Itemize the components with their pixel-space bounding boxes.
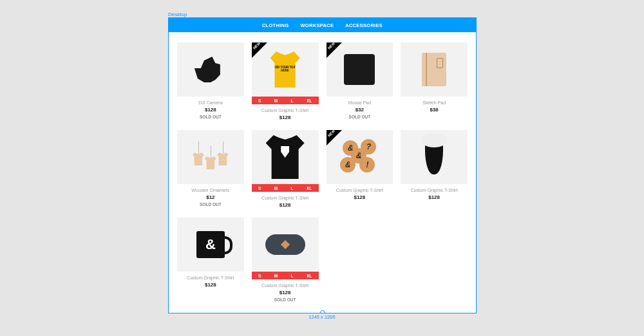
product-name: Custom Graphic T-Shirt [261, 108, 308, 113]
sold-out-label: SOLD OUT [274, 297, 296, 302]
breakpoint-label: Desktop [168, 12, 187, 17]
product-price: $38 [430, 107, 438, 113]
product-thumbnail[interactable] [327, 42, 393, 97]
product-name: DJI Camera [198, 100, 222, 105]
size-selector: SMLXL [252, 272, 319, 279]
product-image [191, 141, 230, 173]
product-price: $32 [355, 107, 364, 113]
size-option[interactable]: S [258, 274, 261, 278]
product-card[interactable]: Custom Graphic T-Shirt$128 [401, 130, 468, 208]
product-card[interactable]: &?&!&Custom Graphic T-Shirt$128 [327, 130, 393, 208]
product-image: & [196, 231, 225, 258]
product-price: $128 [279, 115, 291, 120]
product-name: Custom Graphic T-Shirt [261, 196, 308, 200]
size-option[interactable]: S [258, 186, 261, 191]
product-image [265, 234, 305, 255]
size-option[interactable]: M [274, 186, 278, 191]
product-name: Custom Graphic T-Shirt [261, 283, 308, 288]
new-badge [252, 42, 267, 58]
product-image: &?&!& [340, 139, 379, 175]
product-image [344, 54, 375, 85]
product-image: ADD YOUR TEXT HERE [270, 51, 300, 88]
size-selector: SMLXL [252, 184, 319, 192]
size-option[interactable]: L [291, 186, 294, 191]
product-name: Sketch Pad [422, 100, 446, 105]
size-selector: SMLXL [252, 97, 319, 104]
product-price: $12 [206, 194, 214, 200]
product-image [194, 57, 227, 82]
product-card[interactable]: SMLXLCustom Graphic T-Shirt$128SOLD OUT [252, 218, 319, 302]
product-name: Custom Graphic T-Shirt [411, 188, 458, 192]
frame-dimensions: 1245 x 1205 [308, 314, 335, 320]
product-name: Custom Graphic T-Shirt [336, 188, 383, 192]
product-card[interactable]: Wooden Ornamets$12SOLD OUT [177, 130, 244, 208]
product-price: $128 [205, 282, 216, 288]
new-badge [327, 130, 342, 145]
product-image [266, 135, 305, 179]
sold-out-label: SOLD OUT [200, 202, 222, 207]
product-card[interactable]: ADD YOUR TEXT HERESMLXLCustom Graphic T-… [252, 42, 319, 120]
product-card[interactable]: Sketch Pad$38 [401, 42, 468, 120]
nav-accessories[interactable]: ACCESSORIES [345, 23, 383, 28]
product-image [425, 140, 443, 174]
size-option[interactable]: M [274, 274, 278, 278]
design-frame[interactable]: CLOTHING WORKSPACE ACCESSORIES DJI Camer… [168, 17, 477, 313]
product-thumbnail[interactable]: &?&!& [327, 130, 393, 184]
sold-out-label: SOLD OUT [200, 115, 222, 119]
product-thumbnail[interactable] [401, 42, 468, 97]
size-option[interactable]: M [274, 98, 278, 103]
nav-clothing[interactable]: CLOTHING [262, 23, 289, 28]
product-thumbnail[interactable]: ADD YOUR TEXT HERE [252, 42, 319, 97]
product-thumbnail[interactable] [177, 130, 244, 184]
product-image [422, 53, 446, 86]
product-card[interactable]: &Custom Graphic T-Shirt$128 [177, 218, 244, 302]
product-price: $128 [354, 194, 365, 200]
product-name: Wooden Ornamets [192, 188, 230, 192]
product-thumbnail[interactable]: & [177, 218, 244, 272]
product-price: $128 [205, 107, 216, 113]
product-card[interactable]: DJI Camera$128SOLD OUT [177, 42, 244, 120]
category-nav: CLOTHING WORKSPACE ACCESSORIES [169, 18, 476, 32]
product-card[interactable]: Mouse Pad$32SOLD OUT [327, 42, 393, 120]
size-option[interactable]: XL [307, 274, 312, 278]
product-thumbnail[interactable] [252, 218, 319, 272]
product-price: $128 [428, 194, 440, 200]
shirt-print-text: ADD YOUR TEXT HERE [270, 66, 300, 73]
new-badge [327, 42, 342, 58]
size-option[interactable]: L [291, 274, 294, 278]
product-price: $128 [279, 290, 291, 295]
size-option[interactable]: XL [307, 186, 312, 191]
size-option[interactable]: L [291, 98, 294, 103]
nav-workspace[interactable]: WORKSPACE [300, 23, 334, 28]
product-name: Mouse Pad [348, 100, 371, 105]
product-thumbnail[interactable] [401, 130, 468, 184]
product-thumbnail[interactable] [252, 130, 319, 184]
product-price: $128 [279, 202, 291, 208]
size-option[interactable]: XL [307, 98, 312, 103]
size-option[interactable]: S [258, 98, 261, 103]
product-card[interactable]: SMLXLCustom Graphic T-Shirt$128 [252, 130, 319, 208]
product-grid: DJI Camera$128SOLD OUTADD YOUR TEXT HERE… [169, 32, 476, 302]
resize-handle-bottom[interactable] [320, 310, 325, 313]
product-name: Custom Graphic T-Shirt [187, 275, 234, 280]
product-thumbnail[interactable] [177, 42, 244, 97]
sold-out-label: SOLD OUT [349, 115, 371, 119]
